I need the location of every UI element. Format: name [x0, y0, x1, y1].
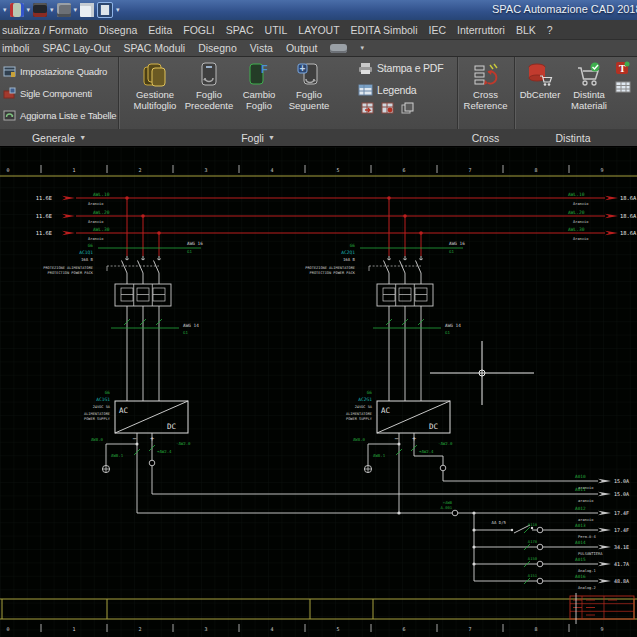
ruler-digit: 2	[138, 626, 141, 632]
ruler-digit: 7	[468, 167, 471, 173]
table-grid-icon	[614, 81, 636, 93]
contact-label: AA D/5	[492, 520, 507, 525]
tab-output[interactable]: Output	[286, 42, 318, 54]
cambio-foglio-button[interactable]: F Cambio Foglio	[236, 57, 282, 111]
ruler-digit: 4	[270, 167, 273, 173]
menu-item-spac[interactable]: SPAC	[226, 24, 254, 36]
psu-minus: −	[132, 435, 136, 443]
button-label: DbCenter	[520, 90, 561, 101]
qat-dropdown-icon[interactable]: ▾	[3, 3, 7, 17]
copy-sheet-icon[interactable]	[401, 102, 414, 114]
export-table-icon[interactable]	[361, 102, 374, 114]
gauge-ref: G1	[187, 249, 192, 254]
button-label: Foglio	[196, 90, 222, 101]
panel-setup-icon	[3, 65, 16, 78]
plot-icon[interactable]	[33, 3, 47, 17]
wire-tag: AW8.0	[91, 437, 104, 442]
cross-reference-button[interactable]: Cross Reference	[457, 57, 514, 111]
clipped-edge-buttons[interactable]: T	[614, 57, 636, 111]
menu-item-util[interactable]: UTIL	[265, 24, 288, 36]
new-file-icon[interactable]	[80, 3, 94, 17]
menu-item-disegna[interactable]: Disegna	[99, 24, 138, 36]
foglio-precedente-button[interactable]: Foglio Precedente	[182, 57, 236, 111]
stampa-pdf-label: Stampa e PDF	[377, 62, 443, 74]
distinta-materiali-button[interactable]: Distinta Materiali	[564, 57, 614, 111]
qat-overflow-icon[interactable]: ▾	[116, 3, 120, 17]
ribbon: Impostazione Quadro Sigle Componenti Agg…	[0, 57, 637, 129]
terminal-circle	[452, 510, 458, 516]
library-icon[interactable]	[10, 3, 24, 17]
record-icon[interactable]	[330, 44, 347, 53]
ribbon-tab-bar: imboli SPAC Lay-Out SPAC Moduli Disegno …	[0, 40, 637, 57]
svg-text:F: F	[261, 63, 268, 75]
next-sheet-icon: +	[296, 60, 322, 90]
component-rating: 24VDC 5A	[93, 405, 111, 409]
wire-dest-ref: 18.6A	[620, 230, 637, 236]
wire-dest-ref: 15.0A	[614, 491, 629, 497]
dbcenter-button[interactable]: DbCenter	[516, 57, 564, 111]
qat-dropdown-icon[interactable]: ▾	[50, 3, 54, 17]
menu-item-fogli[interactable]: FOGLI	[183, 24, 215, 36]
gauge-ref: G1	[183, 330, 188, 335]
component-ref: G6	[367, 390, 373, 395]
menu-item-layout[interactable]: LAYOUT	[298, 24, 339, 36]
psu-minus: −	[394, 435, 398, 443]
psu-ac-label: AC	[381, 406, 390, 415]
psu-ac-label: AC	[119, 406, 128, 415]
ruler-digit: 0	[6, 167, 9, 173]
menu-item-blk[interactable]: BLK	[516, 24, 536, 36]
button-label: Seguente	[289, 101, 330, 112]
sigle-componenti-button[interactable]: Sigle Componenti	[0, 84, 118, 102]
stampa-pdf-button[interactable]: Stampa e PDF	[355, 59, 443, 77]
tabbar-dropdown-icon[interactable]: ▾	[360, 44, 364, 52]
menu-item-formato[interactable]: sualizza / Formato	[2, 24, 88, 36]
wire-label: A014	[575, 540, 586, 545]
edit-block-icon[interactable]	[57, 3, 71, 17]
terminal-circle	[537, 561, 543, 567]
tab-spac-layout[interactable]: SPAC Lay-Out	[42, 42, 110, 54]
wire-label: A015	[575, 557, 586, 562]
ruler-digit: 3	[204, 626, 207, 632]
branch-tag: A178	[528, 539, 538, 544]
gestione-multifoglio-button[interactable]: Gestione Multifoglio	[128, 57, 182, 111]
qat-dropdown-icon[interactable]: ▾	[27, 3, 31, 17]
component-ref: G6	[88, 243, 94, 248]
branch-tag: A150	[528, 556, 538, 561]
button-label: Cross	[473, 90, 498, 101]
gauge-label: AWG 14	[445, 323, 461, 328]
cad-canvas[interactable]: 0011223344556677889911.6EAWL.10ArancioAW…	[0, 147, 637, 637]
component-sigla: AC2Q1	[341, 250, 355, 255]
terminal-circle	[537, 544, 543, 550]
tab-spac-moduli[interactable]: SPAC Moduli	[124, 42, 186, 54]
tab-disegno[interactable]: Disegno	[198, 42, 237, 54]
multisheet-icon	[142, 60, 168, 90]
group-label-generale[interactable]: Generale▼	[0, 130, 118, 145]
aggiorna-liste-button[interactable]: Aggiorna Liste e Tabelle	[0, 106, 118, 124]
button-label: Foglio	[246, 101, 272, 112]
refresh-tables-icon	[3, 109, 16, 122]
legenda-button[interactable]: Legenda	[355, 81, 443, 99]
tab-vista[interactable]: Vista	[250, 42, 273, 54]
menu-item-help[interactable]: ?	[547, 24, 553, 36]
component-rating: 16A B	[81, 257, 94, 262]
group-label-fogli[interactable]: Fogli▼	[118, 130, 398, 145]
wire-tag: AW8.0	[353, 437, 366, 442]
foglio-seguente-button[interactable]: + Foglio Seguente	[282, 57, 336, 111]
impostazione-quadro-button[interactable]: Impostazione Quadro	[0, 62, 118, 80]
group-label-cross[interactable]: Cross	[457, 130, 514, 145]
qat-dropdown-icon[interactable]: ▾	[74, 3, 78, 17]
button-label: Gestione	[136, 90, 174, 101]
wire-sub-label: PULSANTIERA	[578, 552, 603, 556]
component-desc: PROTEZIONE ALIMENTATORE	[43, 266, 93, 270]
import-table-icon[interactable]	[381, 102, 394, 114]
wire-note: Arancio	[573, 237, 589, 241]
gauge-label: AWG 16	[449, 241, 465, 246]
menu-item-edita-simboli[interactable]: EDITA Simboli	[351, 24, 418, 36]
menu-item-iec[interactable]: IEC	[429, 24, 447, 36]
menu-item-interruttori[interactable]: Interruttori	[457, 24, 505, 36]
wire-label: AWL.10	[568, 192, 585, 197]
active-tool-icon[interactable]	[97, 2, 113, 18]
menu-item-edita[interactable]: Edita	[148, 24, 172, 36]
group-label-distinta[interactable]: Distinta	[514, 130, 632, 145]
tab-simboli[interactable]: imboli	[2, 42, 29, 54]
